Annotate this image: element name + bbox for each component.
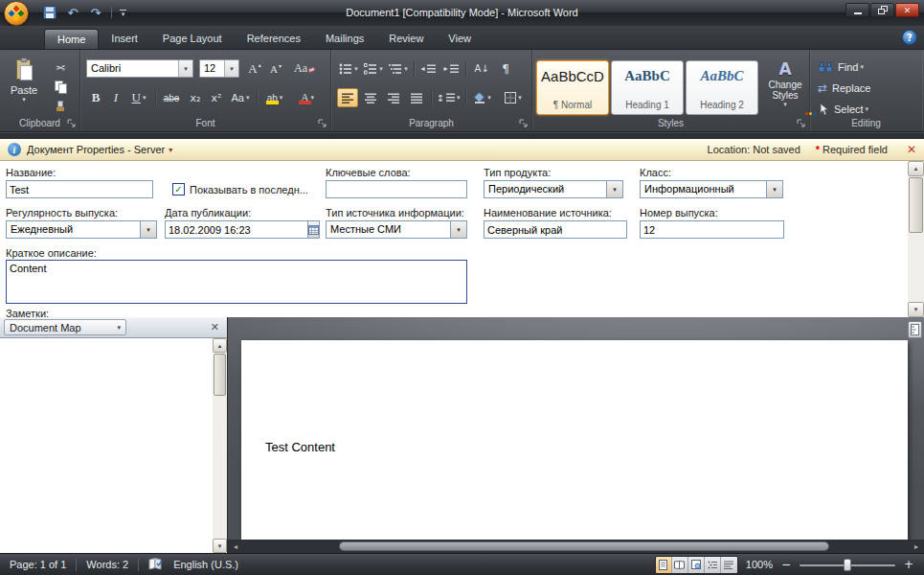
description-textarea[interactable]: Content bbox=[6, 260, 467, 304]
text-highlight-button[interactable]: ab ▾ bbox=[260, 88, 289, 107]
change-case-button[interactable]: Aa▾ bbox=[228, 88, 253, 107]
paragraph-dialog-launcher[interactable] bbox=[519, 119, 529, 128]
font-name-combo[interactable]: Calibri ▾ bbox=[86, 59, 193, 78]
copy-button[interactable] bbox=[48, 79, 73, 96]
zoom-in-button[interactable]: + bbox=[903, 558, 914, 571]
paste-button[interactable]: Paste ▾ bbox=[4, 57, 44, 117]
source-type-select[interactable]: Местные СМИ ▾ bbox=[326, 220, 467, 239]
replace-button[interactable]: ⇄ Replace bbox=[818, 80, 870, 97]
chevron-down-icon[interactable]: ▾ bbox=[224, 60, 238, 77]
numbering-button[interactable]: ▾ bbox=[362, 59, 385, 78]
source-name-input[interactable] bbox=[484, 220, 627, 239]
tab-view[interactable]: View bbox=[436, 29, 484, 49]
increase-indent-button[interactable]: ▸ bbox=[440, 59, 462, 78]
publish-date-input[interactable] bbox=[165, 220, 307, 239]
tab-mailings[interactable]: Mailings bbox=[313, 29, 376, 49]
spellcheck-icon[interactable] bbox=[148, 558, 164, 572]
word-count[interactable]: Words: 2 bbox=[86, 559, 128, 570]
product-type-select[interactable]: Периодический ▾ bbox=[484, 180, 623, 198]
ruler-toggle-button[interactable] bbox=[908, 321, 922, 338]
document-page[interactable]: Test Content bbox=[241, 340, 908, 540]
document-text[interactable]: Test Content bbox=[265, 440, 335, 454]
class-select[interactable]: Информационный ▾ bbox=[640, 180, 783, 198]
scroll-up-button[interactable]: ▴ bbox=[213, 338, 227, 353]
help-button[interactable]: ? bbox=[902, 30, 917, 45]
scrollbar-thumb[interactable] bbox=[909, 177, 923, 233]
chevron-down-icon[interactable]: ▾ bbox=[450, 221, 466, 238]
styles-dialog-launcher[interactable] bbox=[797, 119, 806, 128]
issue-number-input[interactable] bbox=[640, 220, 784, 239]
strikethrough-button[interactable]: abe bbox=[159, 88, 184, 107]
horizontal-scroll-track[interactable] bbox=[243, 540, 909, 553]
regularity-select[interactable]: Ежедневный ▾ bbox=[6, 220, 157, 239]
undo-icon[interactable]: ↶ bbox=[65, 5, 80, 20]
document-map-scrollbar[interactable]: ▴ ▾ bbox=[213, 338, 227, 553]
multilevel-list-button[interactable]: ▾ bbox=[387, 59, 410, 78]
font-dialog-launcher[interactable] bbox=[318, 119, 327, 128]
print-layout-view-button[interactable] bbox=[656, 557, 672, 573]
chevron-down-icon[interactable]: ▾ bbox=[178, 60, 192, 77]
scroll-down-button[interactable]: ▾ bbox=[213, 539, 227, 553]
superscript-button[interactable]: x² bbox=[207, 88, 226, 107]
line-spacing-button[interactable]: ↕ ▾ bbox=[435, 88, 462, 107]
zoom-level[interactable]: 100% bbox=[746, 559, 773, 570]
show-recent-checkbox[interactable]: ✓ bbox=[172, 183, 185, 196]
subscript-button[interactable]: x₂ bbox=[186, 88, 205, 107]
borders-button[interactable]: ▾ bbox=[500, 88, 527, 107]
quick-style-normal[interactable]: AaBbCcD ¶ Normal bbox=[536, 60, 609, 115]
close-properties-icon[interactable]: ✕ bbox=[907, 143, 916, 156]
change-styles-button[interactable]: A Change Styles ▾ bbox=[762, 59, 808, 117]
align-right-button[interactable] bbox=[383, 88, 404, 107]
font-size-combo[interactable]: 12 ▾ bbox=[199, 59, 239, 78]
office-button[interactable] bbox=[4, 1, 29, 26]
zoom-out-button[interactable]: − bbox=[780, 558, 792, 571]
clear-formatting-button[interactable]: Aa bbox=[293, 59, 316, 78]
properties-title-menu[interactable]: Документ Properties - Server bbox=[27, 144, 165, 155]
underline-button[interactable]: U ▾ bbox=[126, 88, 151, 107]
draft-view-button[interactable] bbox=[721, 557, 737, 573]
properties-scrollbar[interactable]: ▴ ▾ bbox=[908, 161, 924, 317]
page-count[interactable]: Page: 1 of 1 bbox=[10, 559, 66, 570]
clipboard-dialog-launcher[interactable] bbox=[67, 119, 77, 128]
scrollbar-thumb[interactable] bbox=[339, 541, 829, 551]
restore-button[interactable] bbox=[870, 3, 894, 17]
italic-button[interactable]: I bbox=[107, 88, 124, 107]
tab-home[interactable]: Home bbox=[44, 29, 99, 49]
bullets-button[interactable]: ▾ bbox=[337, 59, 360, 78]
title-input[interactable] bbox=[6, 180, 153, 198]
keywords-input[interactable] bbox=[326, 180, 467, 198]
scroll-right-icon[interactable]: ▸ bbox=[909, 542, 924, 551]
zoom-slider[interactable] bbox=[800, 558, 895, 572]
fullscreen-reading-view-button[interactable] bbox=[672, 557, 688, 573]
chevron-down-icon[interactable]: ▾ bbox=[766, 181, 782, 197]
align-left-button[interactable] bbox=[337, 88, 358, 107]
tab-page-layout[interactable]: Page Layout bbox=[150, 29, 235, 49]
decrease-indent-button[interactable]: ◂ bbox=[417, 59, 439, 78]
chevron-down-icon[interactable]: ▾ bbox=[169, 146, 172, 154]
customize-qat-icon[interactable]: ▾ bbox=[120, 10, 126, 16]
close-button[interactable]: ✕ bbox=[895, 3, 919, 17]
sort-button[interactable]: A↓ bbox=[469, 59, 494, 78]
bold-button[interactable]: B bbox=[86, 88, 105, 107]
tab-review[interactable]: Review bbox=[376, 29, 436, 49]
shading-button[interactable]: ▾ bbox=[469, 88, 496, 107]
redo-icon[interactable]: ↷ bbox=[88, 5, 103, 20]
tab-references[interactable]: References bbox=[235, 29, 313, 49]
tab-insert[interactable]: Insert bbox=[99, 29, 150, 49]
web-layout-view-button[interactable] bbox=[688, 557, 705, 573]
show-paragraph-marks-button[interactable]: ¶ bbox=[496, 59, 515, 78]
quick-style-heading1[interactable]: AaBbC Heading 1 bbox=[611, 60, 684, 115]
save-icon[interactable] bbox=[42, 5, 57, 20]
scroll-up-button[interactable]: ▴ bbox=[908, 161, 924, 176]
scroll-down-button[interactable]: ▾ bbox=[908, 302, 924, 317]
format-painter-button[interactable] bbox=[48, 98, 73, 115]
horizontal-scrollbar[interactable]: ◂ ▸ bbox=[228, 540, 924, 553]
scrollbar-thumb[interactable] bbox=[214, 354, 226, 396]
font-color-button[interactable]: A ▾ bbox=[293, 88, 322, 107]
grow-font-button[interactable]: A▴ bbox=[245, 59, 264, 78]
shrink-font-button[interactable]: A▾ bbox=[266, 59, 285, 78]
outline-view-button[interactable] bbox=[705, 557, 721, 573]
language-status[interactable]: English (U.S.) bbox=[173, 559, 238, 570]
calendar-button[interactable] bbox=[307, 220, 320, 239]
justify-button[interactable] bbox=[406, 88, 427, 107]
